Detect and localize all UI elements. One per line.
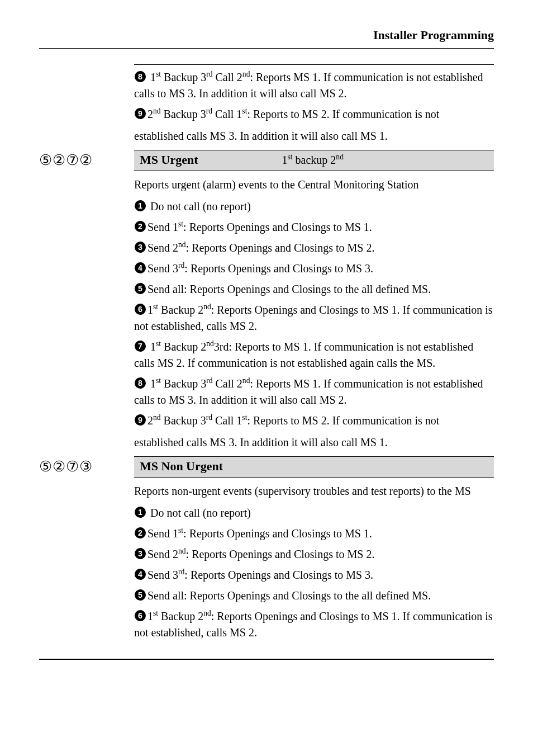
svg-text:9: 9 <box>138 109 142 118</box>
svg-text:6: 6 <box>138 305 142 314</box>
list-item: 92nd Backup 3rd Call 1st: Reports to MS … <box>134 413 494 429</box>
section-subtitle: 1st backup 2nd <box>282 154 343 167</box>
bullet-3-icon: 3 <box>134 241 146 253</box>
list-item: 2Send 1st: Reports Openings and Closings… <box>134 526 494 542</box>
section-intro: Reports non-urgent events (supervisory t… <box>134 483 494 499</box>
list-item: 61st Backup 2nd: Reports Openings and Cl… <box>134 608 494 641</box>
svg-text:2: 2 <box>138 528 142 537</box>
list-item: 5Send all: Reports Openings and Closings… <box>134 588 494 604</box>
bullet-1-icon: 1 <box>134 200 146 212</box>
section-title: MS Non Urgent <box>140 459 223 474</box>
list-item: 2Send 1st: Reports Openings and Closings… <box>134 219 494 235</box>
bullet-8-icon: 8 <box>134 70 146 83</box>
section-intro: Reports urgent (alarm) events to the Cen… <box>134 177 494 193</box>
list-item: 4Send 3rd: Reports Openings and Closings… <box>134 567 494 583</box>
list-item: 8 1st Backup 3rd Call 2nd: Reports MS 1.… <box>134 376 494 408</box>
running-header: Installer Programming <box>39 28 494 42</box>
list-item: 3Send 2nd: Reports Openings and Closings… <box>134 240 494 256</box>
svg-text:5: 5 <box>138 590 142 599</box>
svg-text:1: 1 <box>138 201 142 210</box>
svg-text:4: 4 <box>138 570 142 579</box>
svg-text:9: 9 <box>138 415 142 424</box>
svg-text:1: 1 <box>138 508 142 517</box>
svg-text:3: 3 <box>138 549 142 558</box>
list-item: 3Send 2nd: Reports Openings and Closings… <box>134 546 494 563</box>
bullet-8-icon: 8 <box>134 377 146 389</box>
section-row: ⑤②⑦②MS Urgent1st backup 2ndReports urgen… <box>39 150 494 456</box>
prelude-tail: established calls MS 3. In addition it w… <box>134 128 494 144</box>
svg-text:8: 8 <box>138 72 142 81</box>
section-header-bar: MS Urgent1st backup 2nd <box>134 150 494 171</box>
bullet-2-icon: 2 <box>134 527 146 539</box>
svg-text:6: 6 <box>138 611 142 620</box>
bullet-1-icon: 1 <box>134 506 146 518</box>
svg-text:4: 4 <box>138 263 142 272</box>
section-tail: established calls MS 3. In addition it w… <box>134 434 494 451</box>
bullet-4-icon: 4 <box>134 568 146 580</box>
header-rule <box>39 48 494 49</box>
list-item: 61st Backup 2nd: Reports Openings and Cl… <box>134 302 494 334</box>
prelude-content: 8 1st Backup 3rd Call 2nd: Reports MS 1.… <box>134 64 494 150</box>
bullet-5-icon: 5 <box>134 282 146 295</box>
prelude-top-rule <box>134 64 494 65</box>
bullet-6-icon: 6 <box>134 609 146 622</box>
section-header-bar: MS Non Urgent <box>134 456 494 478</box>
svg-text:7: 7 <box>138 342 142 351</box>
bullet-5-icon: 5 <box>134 589 146 601</box>
svg-text:3: 3 <box>138 243 142 252</box>
bullet-7-icon: 7 <box>134 340 146 352</box>
svg-text:8: 8 <box>138 379 142 388</box>
list-item: 1 Do not call (no report) <box>134 199 494 215</box>
list-item: 5Send all: Reports Openings and Closings… <box>134 281 494 297</box>
section-title: MS Urgent <box>140 153 198 167</box>
list-item: 4Send 3rd: Reports Openings and Closings… <box>134 261 494 277</box>
section-row: ⑤②⑦③MS Non UrgentReports non-urgent even… <box>39 456 494 645</box>
prelude-row: 8 1st Backup 3rd Call 2nd: Reports MS 1.… <box>39 64 494 150</box>
svg-text:5: 5 <box>138 284 142 293</box>
list-item: 1 Do not call (no report) <box>134 505 494 521</box>
footer-rule <box>39 659 494 660</box>
page: Installer Programming 8 1st Backup 3rd C… <box>0 0 533 756</box>
section-code: ⑤②⑦③ <box>39 456 134 474</box>
section-content: MS Non UrgentReports non-urgent events (… <box>134 456 494 645</box>
bullet-3-icon: 3 <box>134 547 146 560</box>
bullet-6-icon: 6 <box>134 303 146 315</box>
bullet-2-icon: 2 <box>134 220 146 233</box>
prelude-item: 8 1st Backup 3rd Call 2nd: Reports MS 1.… <box>134 69 494 102</box>
list-item: 7 1st Backup 2nd3rd: Reports to MS 1. If… <box>134 339 494 371</box>
bullet-9-icon: 9 <box>134 107 146 120</box>
svg-text:2: 2 <box>138 222 142 231</box>
prelude-item: 92nd Backup 3rd Call 1st: Reports to MS … <box>134 106 494 122</box>
section-content: MS Urgent1st backup 2ndReports urgent (a… <box>134 150 494 456</box>
bullet-9-icon: 9 <box>134 414 146 426</box>
section-code: ⑤②⑦② <box>39 150 134 168</box>
bullet-4-icon: 4 <box>134 262 146 274</box>
